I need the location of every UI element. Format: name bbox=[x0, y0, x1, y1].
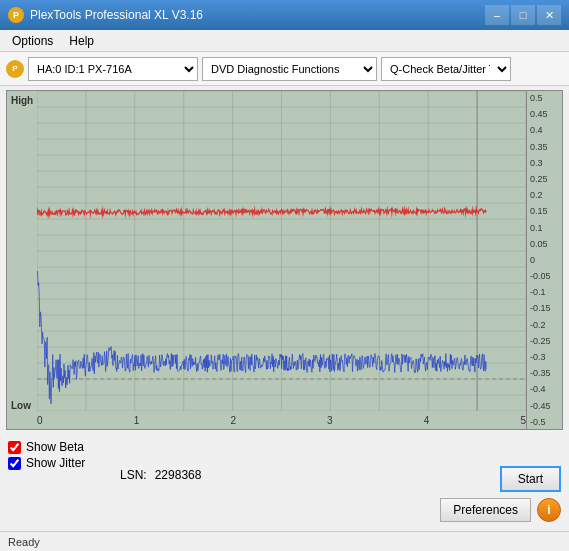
device-icon: P bbox=[6, 60, 24, 78]
bottom-axis: 012345 bbox=[37, 411, 526, 429]
right-axis: 0.50.450.40.350.30.250.20.150.10.050-0.0… bbox=[526, 91, 562, 429]
y-axis-low-label: Low bbox=[11, 400, 31, 411]
lsn-value: 2298368 bbox=[155, 468, 202, 482]
chart-area: High Low 0.50.450.40.350.30.250.20.150.1… bbox=[6, 90, 563, 430]
function-selector[interactable]: DVD Diagnostic Functions bbox=[202, 57, 377, 81]
preferences-row: Preferences i bbox=[440, 498, 561, 522]
bottom-axis-label: 2 bbox=[230, 415, 236, 426]
right-axis-label: 0.35 bbox=[527, 142, 562, 152]
right-axis-label: 0.2 bbox=[527, 190, 562, 200]
start-button[interactable]: Start bbox=[500, 466, 561, 492]
bottom-axis-label: 5 bbox=[520, 415, 526, 426]
right-axis-label: -0.45 bbox=[527, 401, 562, 411]
toolbar: P HA:0 ID:1 PX-716A DVD Diagnostic Funct… bbox=[0, 52, 569, 86]
status-bar: Ready bbox=[0, 531, 569, 551]
right-axis-label: 0.5 bbox=[527, 93, 562, 103]
lsn-label: LSN: bbox=[120, 468, 147, 482]
menu-help[interactable]: Help bbox=[61, 32, 102, 50]
right-axis-label: -0.05 bbox=[527, 271, 562, 281]
right-axis-label: 0.05 bbox=[527, 239, 562, 249]
right-axis-label: 0.1 bbox=[527, 223, 562, 233]
show-jitter-checkbox[interactable] bbox=[8, 457, 21, 470]
chart-inner bbox=[37, 91, 526, 411]
bottom-axis-label: 0 bbox=[37, 415, 43, 426]
show-beta-label: Show Beta bbox=[26, 440, 84, 454]
right-axis-label: 0.3 bbox=[527, 158, 562, 168]
checkboxes-row: Show Beta Show Jitter bbox=[8, 440, 561, 470]
bottom-axis-label: 1 bbox=[134, 415, 140, 426]
status-text: Ready bbox=[8, 536, 40, 548]
title-bar: P PlexTools Professional XL V3.16 – □ ✕ bbox=[0, 0, 569, 30]
right-axis-label: -0.15 bbox=[527, 303, 562, 313]
show-jitter-checkbox-label[interactable]: Show Jitter bbox=[8, 456, 85, 470]
chart-canvas bbox=[37, 91, 526, 411]
menu-bar: Options Help bbox=[0, 30, 569, 52]
window-title: PlexTools Professional XL V3.16 bbox=[30, 8, 203, 22]
app-icon: P bbox=[8, 7, 24, 23]
menu-options[interactable]: Options bbox=[4, 32, 61, 50]
minimize-button[interactable]: – bbox=[485, 5, 509, 25]
lsn-row: LSN: 2298368 bbox=[120, 468, 201, 482]
right-axis-label: 0.25 bbox=[527, 174, 562, 184]
right-axis-label: 0 bbox=[527, 255, 562, 265]
show-beta-checkbox[interactable] bbox=[8, 441, 21, 454]
bottom-axis-label: 3 bbox=[327, 415, 333, 426]
show-jitter-label: Show Jitter bbox=[26, 456, 85, 470]
right-axis-label: -0.35 bbox=[527, 368, 562, 378]
right-axis-label: -0.2 bbox=[527, 320, 562, 330]
right-axis-label: 0.4 bbox=[527, 125, 562, 135]
right-axis-label: -0.1 bbox=[527, 287, 562, 297]
start-button-row: Start bbox=[500, 466, 561, 492]
right-axis-label: 0.15 bbox=[527, 206, 562, 216]
right-axis-label: -0.25 bbox=[527, 336, 562, 346]
y-axis-high-label: High bbox=[11, 95, 33, 106]
show-beta-checkbox-label[interactable]: Show Beta bbox=[8, 440, 84, 454]
info-button[interactable]: i bbox=[537, 498, 561, 522]
right-axis-label: 0.45 bbox=[527, 109, 562, 119]
bottom-axis-label: 4 bbox=[424, 415, 430, 426]
right-axis-label: -0.4 bbox=[527, 384, 562, 394]
device-selector[interactable]: HA:0 ID:1 PX-716A bbox=[28, 57, 198, 81]
right-axis-label: -0.5 bbox=[527, 417, 562, 427]
close-button[interactable]: ✕ bbox=[537, 5, 561, 25]
bottom-panel: Show Beta Show Jitter bbox=[0, 434, 569, 474]
preferences-button[interactable]: Preferences bbox=[440, 498, 531, 522]
maximize-button[interactable]: □ bbox=[511, 5, 535, 25]
test-selector[interactable]: Q-Check Beta/Jitter Test bbox=[381, 57, 511, 81]
window-controls: – □ ✕ bbox=[485, 5, 561, 25]
right-axis-label: -0.3 bbox=[527, 352, 562, 362]
